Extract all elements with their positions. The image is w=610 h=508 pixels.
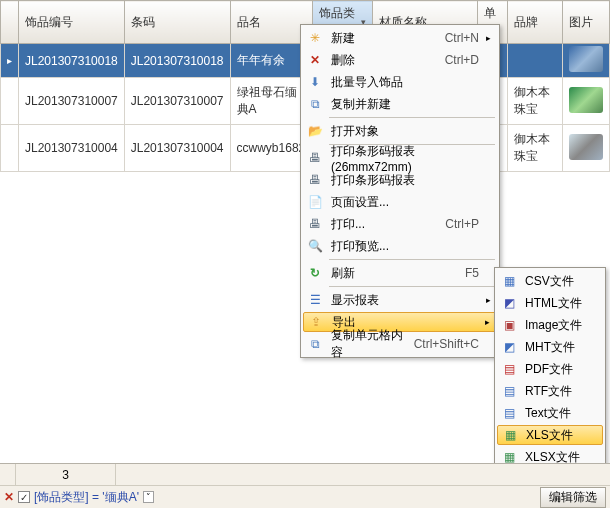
cell-brand[interactable] [507,44,562,78]
export-icon: ⇪ [308,314,324,330]
thumbnail [569,87,603,113]
print-icon: 🖶 [307,150,323,166]
menu-label: Text文件 [525,405,571,422]
close-filter-icon[interactable]: ✕ [4,490,14,504]
cell-code[interactable]: JL201307310007 [19,78,125,125]
shortcut: Ctrl+N [445,31,479,45]
menu-label: 打印预览... [331,238,389,255]
cell-code[interactable]: JL201307310018 [19,44,125,78]
menu-label: XLS文件 [526,427,573,444]
menu-page-setup[interactable]: 📄页面设置... [303,191,497,213]
menu-label: CSV文件 [525,273,574,290]
submenu-image[interactable]: ▣Image文件 [497,314,603,336]
pager-row: 3 [0,464,610,486]
pager-indicator [0,464,16,485]
menu-new[interactable]: ✳新建Ctrl+N▸ [303,27,497,49]
page-setup-icon: 📄 [307,194,323,210]
submenu-html[interactable]: ◩HTML文件 [497,292,603,314]
print-icon: 🖶 [307,216,323,232]
chevron-right-icon: ▸ [485,317,490,327]
pager-count: 3 [16,464,116,485]
shortcut: F5 [465,266,479,280]
edit-filter-button[interactable]: 编辑筛选 [540,487,606,508]
shortcut: Ctrl+P [445,217,479,231]
col-barcode[interactable]: 条码 [124,1,230,44]
folder-icon: 📂 [307,123,323,139]
copy-cell-icon: ⧉ [307,336,323,352]
menu-copy-new[interactable]: ⧉复制并新建 [303,93,497,115]
xls-icon: ▦ [502,427,518,443]
separator [329,259,495,260]
menu-label: 批量导入饰品 [331,74,403,91]
context-menu: ✳新建Ctrl+N▸ ✕删除Ctrl+D ⬇批量导入饰品 ⧉复制并新建 📂打开对… [300,24,500,358]
submenu-csv[interactable]: ▦CSV文件 [497,270,603,292]
cell-pic[interactable] [562,44,609,78]
menu-print[interactable]: 🖶打印...Ctrl+P [303,213,497,235]
menu-label: 页面设置... [331,194,389,211]
filter-dropdown-icon[interactable]: ˅ [143,491,154,503]
report-icon: ☰ [307,292,323,308]
col-code[interactable]: 饰品编号 [19,1,125,44]
html-icon: ◩ [501,295,517,311]
menu-label: 复制并新建 [331,96,391,113]
submenu-pdf[interactable]: ▤PDF文件 [497,358,603,380]
thumbnail [569,46,603,72]
submenu-xls[interactable]: ▦XLS文件 [497,425,603,445]
separator [329,117,495,118]
submenu-rtf[interactable]: ▤RTF文件 [497,380,603,402]
menu-label: PDF文件 [525,361,573,378]
cell-pic[interactable] [562,78,609,125]
menu-label: 打印条形码报表 [331,172,415,189]
cell-code[interactable]: JL201307310004 [19,125,125,172]
print-preview-icon: 🔍 [307,238,323,254]
csv-icon: ▦ [501,273,517,289]
menu-label: HTML文件 [525,295,582,312]
cell-barcode[interactable]: JL201307310004 [124,125,230,172]
menu-label: 刷新 [331,265,355,282]
cell-barcode[interactable]: JL201307310018 [124,44,230,78]
thumbnail [569,134,603,160]
cell-barcode[interactable]: JL201307310007 [124,78,230,125]
menu-open-object[interactable]: 📂打开对象 [303,120,497,142]
refresh-icon: ↻ [307,265,323,281]
menu-show-report[interactable]: ☰显示报表▸ [303,289,497,311]
print-icon: 🖶 [307,172,323,188]
new-icon: ✳ [307,30,323,46]
row-indicator-header[interactable] [1,1,19,44]
menu-print-barcode2[interactable]: 🖶打印条形码报表 [303,169,497,191]
menu-delete[interactable]: ✕删除Ctrl+D [303,49,497,71]
cell-brand[interactable]: 御木本珠宝 [507,125,562,172]
menu-label: 打印... [331,216,365,233]
chevron-right-icon: ▸ [486,33,491,43]
image-icon: ▣ [501,317,517,333]
separator [329,286,495,287]
submenu-text[interactable]: ▤Text文件 [497,402,603,424]
menu-copy-cell[interactable]: ⧉复制单元格内容Ctrl+Shift+C [303,333,497,355]
menu-label: 新建 [331,30,355,47]
menu-label: MHT文件 [525,339,575,356]
footer: 3 ✕ ✓ [饰品类型] = '缅典A' ˅ 编辑筛选 [0,463,610,508]
cell-pic[interactable] [562,125,609,172]
menu-label: RTF文件 [525,383,572,400]
menu-print-barcode[interactable]: 🖶打印条形码报表(26mmx72mm) [303,147,497,169]
shortcut: Ctrl+Shift+C [414,337,479,351]
menu-label: 显示报表 [331,292,379,309]
col-brand[interactable]: 品牌 [507,1,562,44]
menu-label: 打开对象 [331,123,379,140]
menu-refresh[interactable]: ↻刷新F5 [303,262,497,284]
menu-batch-import[interactable]: ⬇批量导入饰品 [303,71,497,93]
copy-icon: ⧉ [307,96,323,112]
cell-brand[interactable]: 御木本珠宝 [507,78,562,125]
delete-icon: ✕ [307,52,323,68]
menu-label: 复制单元格内容 [331,327,414,361]
mht-icon: ◩ [501,339,517,355]
row-pointer-icon: ▸ [1,44,19,78]
col-pic[interactable]: 图片 [562,1,609,44]
export-submenu: ▦CSV文件 ◩HTML文件 ▣Image文件 ◩MHT文件 ▤PDF文件 ▤R… [494,267,606,471]
row-indicator [1,125,19,172]
menu-print-preview[interactable]: 🔍打印预览... [303,235,497,257]
submenu-mht[interactable]: ◩MHT文件 [497,336,603,358]
rtf-icon: ▤ [501,383,517,399]
shortcut: Ctrl+D [445,53,479,67]
filter-checkbox[interactable]: ✓ [18,491,30,503]
